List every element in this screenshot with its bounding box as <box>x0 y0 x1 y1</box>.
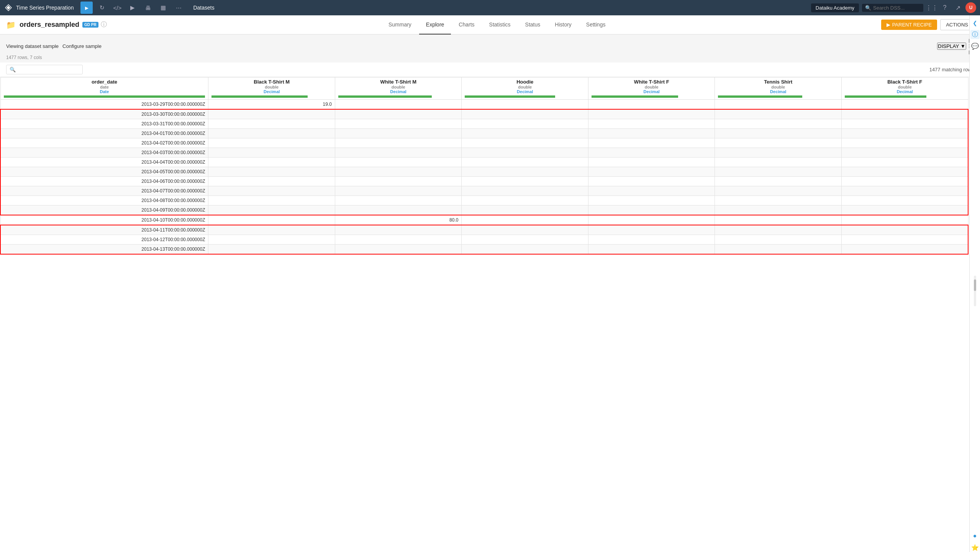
table-cell <box>841 109 968 119</box>
nav-more-icon[interactable]: ⋯ <box>172 2 185 14</box>
table-cell <box>841 167 968 177</box>
actions-button[interactable]: ACTIONS <box>940 19 974 30</box>
table-cell <box>841 225 968 235</box>
table-cell <box>715 235 842 245</box>
tab-history[interactable]: History <box>548 15 578 34</box>
scrollbar-area <box>974 53 976 529</box>
table-cell <box>588 100 715 110</box>
table-cell <box>841 148 968 158</box>
table-cell: 2013-04-06T00:00:00.000000Z <box>0 177 208 186</box>
table-cell <box>462 225 588 235</box>
tab-status[interactable]: Status <box>518 15 547 34</box>
table-cell <box>715 119 842 129</box>
table-cell <box>588 196 715 205</box>
table-cell <box>841 119 968 129</box>
table-cell <box>715 109 842 119</box>
table-search-icon: 🔍 <box>10 67 16 72</box>
table-search-wrap[interactable]: 🔍 <box>6 65 83 74</box>
table-cell <box>335 196 462 205</box>
table-cell <box>588 215 715 225</box>
col-order-date: order_date date Date <box>0 77 208 100</box>
table-cell <box>462 245 588 255</box>
configure-sample-link[interactable]: Configure sample <box>62 43 102 49</box>
grid-icon[interactable]: ⋮⋮ <box>926 2 937 13</box>
content-area: Viewing dataset sample Configure sample … <box>0 34 980 552</box>
table-cell <box>715 100 842 110</box>
table-cell <box>335 119 462 129</box>
table-cell <box>462 148 588 158</box>
nav-code-icon[interactable]: </> <box>111 2 123 14</box>
sidebar-star-icon[interactable]: ⭐ <box>970 543 980 552</box>
trending-icon[interactable]: ↗ <box>952 2 963 13</box>
table-cell <box>462 186 588 196</box>
parent-recipe-label: PARENT RECIPE <box>892 22 932 28</box>
table-cell: 2013-04-12T00:00:00.000000Z <box>0 235 208 245</box>
col-black-tshirt-m: Black T-Shirt M double Decimal <box>208 77 335 100</box>
table-cell <box>208 177 335 186</box>
data-table-container[interactable]: order_date date Date Black T-Shirt M dou… <box>0 77 980 552</box>
display-button[interactable]: DISPLAY ▼ <box>937 43 966 50</box>
table-cell <box>841 215 968 225</box>
top-nav: Time Series Preparation ► ↻ </> ▶ 🖶 ▦ ⋯ … <box>0 0 980 15</box>
tab-summary[interactable]: Summary <box>382 15 418 34</box>
scrollbar-track[interactable] <box>974 276 976 306</box>
tab-explore[interactable]: Explore <box>419 15 451 34</box>
nav-print-icon[interactable]: 🖶 <box>142 2 154 14</box>
table-search-input[interactable] <box>18 67 79 72</box>
nav-play-icon[interactable]: ▶ <box>126 2 139 14</box>
table-cell <box>588 129 715 138</box>
tab-settings[interactable]: Settings <box>579 15 613 34</box>
table-cell <box>588 245 715 255</box>
subheader-left: Viewing dataset sample Configure sample <box>6 43 102 49</box>
sidebar-circle-icon[interactable]: ● <box>970 531 980 540</box>
table-cell <box>588 158 715 167</box>
table-cell: 2013-03-29T00:00:00.000000Z <box>0 100 208 110</box>
search-bar: 🔍 1477 matching rows <box>0 62 980 77</box>
table-cell <box>715 245 842 255</box>
data-table: order_date date Date Black T-Shirt M dou… <box>0 77 969 255</box>
table-cell <box>462 109 588 119</box>
table-cell: 2013-04-09T00:00:00.000000Z <box>0 205 208 215</box>
nav-flow-icon[interactable]: ► <box>80 2 93 14</box>
table-cell <box>208 235 335 245</box>
datasets-button[interactable]: Datasets <box>189 3 218 12</box>
table-cell <box>841 129 968 138</box>
recipe-icon: ▶ <box>887 22 890 28</box>
info-icon[interactable]: ⓘ <box>101 21 107 29</box>
table-cell: 2013-04-05T00:00:00.000000Z <box>0 167 208 177</box>
nav-table-icon[interactable]: ▦ <box>157 2 169 14</box>
table-cell <box>588 138 715 148</box>
parent-recipe-button[interactable]: ▶ PARENT RECIPE <box>881 20 937 30</box>
table-cell <box>841 205 968 215</box>
col-black-tshirt-f: Black T-Shirt F double Decimal <box>841 77 968 100</box>
search-input[interactable] <box>873 5 920 11</box>
sidebar-info-icon[interactable]: ⓘ <box>970 30 980 39</box>
avatar[interactable]: U <box>965 2 976 13</box>
table-row: 2013-03-30T00:00:00.000000Z <box>0 109 968 119</box>
dataiku-academy-button[interactable]: Dataiku Academy <box>811 3 859 12</box>
search-box[interactable]: 🔍 <box>862 4 923 12</box>
folder-icon: 📁 <box>6 20 16 30</box>
table-cell: 2013-04-08T00:00:00.000000Z <box>0 196 208 205</box>
sidebar-collapse-icon[interactable]: ❮ <box>970 18 980 28</box>
table-cell <box>841 158 968 167</box>
table-cell <box>588 225 715 235</box>
table-cell: 2013-04-13T00:00:00.000000Z <box>0 245 208 255</box>
table-row: 2013-04-02T00:00:00.000000Z <box>0 138 968 148</box>
table-cell <box>335 100 462 110</box>
table-cell <box>335 158 462 167</box>
table-cell: 2013-03-31T00:00:00.000000Z <box>0 119 208 129</box>
help-icon[interactable]: ? <box>939 2 950 13</box>
tab-statistics[interactable]: Statistics <box>482 15 518 34</box>
table-cell <box>715 129 842 138</box>
tab-charts[interactable]: Charts <box>452 15 481 34</box>
table-row: 2013-04-03T00:00:00.000000Z <box>0 148 968 158</box>
subheader: Viewing dataset sample Configure sample … <box>0 34 980 55</box>
sidebar-chat-icon[interactable]: 💬 <box>970 41 980 51</box>
table-cell <box>335 225 462 235</box>
scrollbar-thumb[interactable] <box>974 279 976 291</box>
table-cell <box>462 215 588 225</box>
nav-refresh-icon[interactable]: ↻ <box>96 2 108 14</box>
table-row: 2013-04-01T00:00:00.000000Z <box>0 129 968 138</box>
table-cell <box>462 167 588 177</box>
